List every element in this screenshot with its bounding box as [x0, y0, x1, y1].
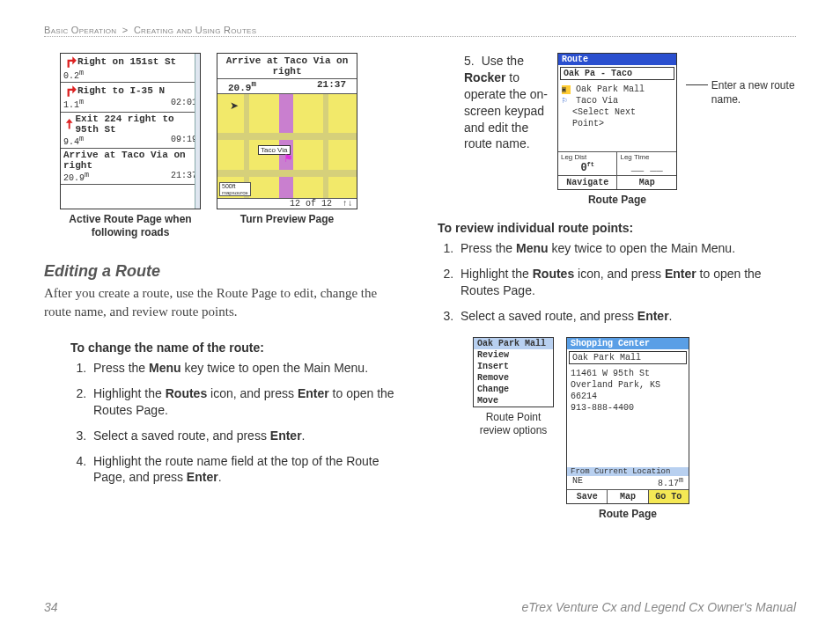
figure-turn-preview: Arrive at Taco Via on right 20.9m 21:37 …	[217, 53, 357, 239]
step-item: Select a saved route, and press Enter.	[90, 428, 402, 444]
goto-button[interactable]: Go To	[649, 490, 689, 503]
menu-item-insert[interactable]: Insert	[474, 361, 553, 372]
list-item[interactable]: ▣ Oak Park Mall	[562, 84, 673, 95]
divider	[44, 36, 796, 37]
procedure-heading: To change the name of the route:	[70, 341, 402, 355]
turn-right-icon	[63, 84, 77, 98]
step-item: Press the Menu key twice to open the Mai…	[90, 360, 402, 377]
map-preview: ➤ Taco Via ⚑ 500ftmapsource	[217, 94, 357, 198]
route-page-screen: Route Oak Pa - Taco ▣ Oak Park Mall ⚐ Ta…	[557, 53, 677, 190]
figure-active-route: Right on 151st St 0.2m Right to I-35 N 1…	[60, 53, 201, 239]
direction-row: NE 8.17m	[567, 476, 689, 488]
route-detail-screen: Shopping Center Oak Park Mall 11461 W 95…	[566, 337, 689, 504]
steps-list: Press the Menu key twice to open the Mai…	[457, 240, 796, 325]
menu-header: Oak Park Mall	[474, 338, 553, 349]
breadcrumb-section: Basic Operation	[44, 25, 116, 35]
active-route-screen: Right on 151st St 0.2m Right to I-35 N 1…	[60, 53, 201, 209]
map-button[interactable]: Map	[617, 176, 676, 189]
figure-caption: Active Route Page when following roads	[64, 213, 196, 239]
steps-list: Press the Menu key twice to open the Mai…	[90, 360, 402, 486]
route-step-text: Right on 151st St	[77, 56, 176, 67]
route-step-text: Exit 224 right to 95th St	[75, 114, 197, 135]
step-item: Highlight the Routes icon, and press Ent…	[457, 266, 796, 299]
step-item: Select a saved route, and press Enter.	[457, 308, 796, 325]
arrow-up-icon	[63, 118, 75, 129]
list-item[interactable]: <Select Next Point>	[562, 106, 673, 129]
breadcrumb-page: Creating and Using Routes	[134, 25, 256, 35]
procedure-heading: To review individual route points:	[438, 221, 796, 235]
route-name-field[interactable]: Oak Pa - Taco	[560, 67, 674, 80]
map-scale: 500ftmapsource	[219, 182, 251, 196]
callout-line	[686, 84, 708, 85]
point-name-field[interactable]: Oak Park Mall	[569, 351, 687, 364]
figure-route-page-detail: Shopping Center Oak Park Mall 11461 W 95…	[566, 337, 689, 521]
flag-icon: ⚐	[562, 95, 571, 106]
route-step-text: Arrive at Taco Via on right	[63, 150, 197, 171]
menu-item-review[interactable]: Review	[474, 349, 553, 361]
page-footer: 34 eTrex Venture Cx and Legend Cx Owner'…	[44, 600, 796, 614]
callout-text: Enter a new route name.	[711, 79, 796, 106]
map-button[interactable]: Map	[608, 490, 648, 503]
turn-footer: 12 of 12 ↑↓	[217, 198, 357, 209]
shop-icon: ▣	[562, 85, 571, 94]
figure-popup-menu: Oak Park Mall Review Insert Remove Chang…	[473, 337, 554, 438]
route-stats: Leg Dist0ft Leg Time__ __	[558, 151, 676, 175]
turn-preview-screen: Arrive at Taco Via on right 20.9m 21:37 …	[217, 53, 357, 209]
figure-route-page: Route Oak Pa - Taco ▣ Oak Park Mall ⚐ Ta…	[557, 53, 677, 207]
save-button[interactable]: Save	[567, 490, 608, 503]
figure-caption: Route Point review options	[473, 411, 554, 438]
breadcrumb-sep: >	[122, 25, 129, 35]
menu-item-move[interactable]: Move	[474, 395, 553, 407]
navigate-button[interactable]: Navigate	[558, 176, 618, 189]
step-item: Highlight the route name field at the to…	[90, 453, 402, 487]
window-title: Shopping Center	[567, 338, 689, 349]
step-item: 5.Use the Rocker to operate the on-scree…	[464, 53, 549, 152]
turn-right-icon	[63, 55, 77, 69]
cursor-icon: ➤	[230, 99, 239, 112]
context-menu: Oak Park Mall Review Insert Remove Chang…	[473, 337, 554, 407]
manual-title: eTrex Venture Cx and Legend Cx Owner's M…	[521, 600, 796, 614]
right-column: 5.Use the Rocker to operate the on-scree…	[438, 53, 796, 521]
list-item[interactable]: ⚐ Taco Via	[562, 95, 673, 106]
scrollbar[interactable]	[195, 54, 200, 209]
left-column: Right on 151st St 0.2m Right to I-35 N 1…	[44, 53, 402, 521]
figure-caption: Route Page	[599, 508, 657, 521]
route-step-text: Right to I-35 N	[77, 85, 165, 96]
from-label: From Current Location	[567, 467, 689, 476]
menu-item-change[interactable]: Change	[474, 384, 553, 395]
step-item: Press the Menu key twice to open the Mai…	[457, 240, 796, 257]
section-heading: Editing a Route	[44, 262, 402, 281]
window-title: Route	[558, 54, 676, 65]
step-item: Highlight the Routes icon, and press Ent…	[90, 385, 402, 419]
address-block: 11461 W 95th St Overland Park, KS 66214 …	[567, 366, 689, 468]
section-body: After you create a route, use the Route …	[44, 284, 402, 321]
button-row: Save Map Go To	[567, 489, 689, 503]
turn-stats: 20.9m 21:37	[217, 79, 357, 94]
page-number: 34	[44, 600, 58, 614]
flag-icon: ⚑	[284, 152, 293, 165]
breadcrumb: Basic Operation > Creating and Using Rou…	[44, 25, 796, 35]
menu-item-remove[interactable]: Remove	[474, 372, 553, 384]
route-points-list: ▣ Oak Park Mall ⚐ Taco Via <Select Next …	[558, 82, 676, 151]
figure-caption: Turn Preview Page	[240, 213, 334, 226]
button-row: Navigate Map	[558, 175, 676, 189]
figure-caption: Route Page	[588, 194, 646, 207]
turn-title: Arrive at Taco Via on right	[217, 54, 357, 79]
